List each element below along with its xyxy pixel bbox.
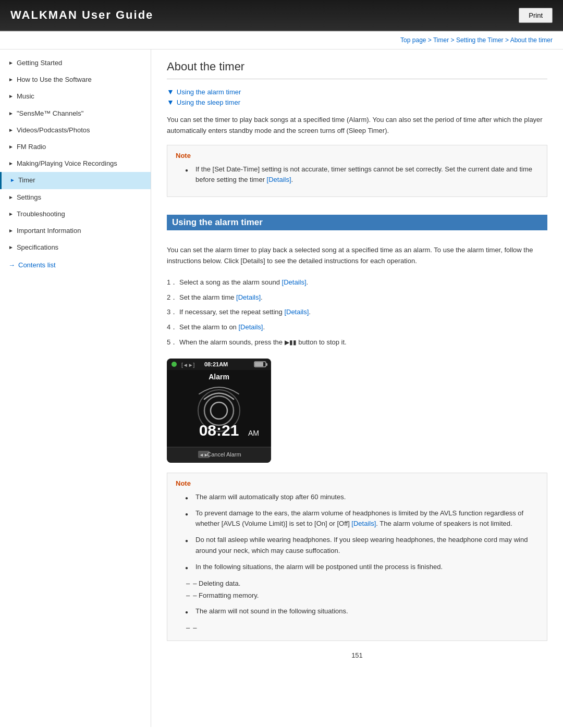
svg-text:[◄►]: [◄►] [181, 362, 195, 368]
details-link-step4[interactable]: [Details] [238, 323, 263, 331]
alarm-step-1: 1． Select a song as the alarm sound [Det… [167, 275, 547, 290]
note-box-1: Note If the [Set Date-Time] setting is n… [167, 145, 547, 198]
triangle-down-icon: ▼ [167, 88, 174, 96]
sidebar-label-important-info: Important Information [17, 226, 81, 236]
note-item-1: If the [Set Date-Time] setting is not ac… [185, 163, 538, 188]
chevron-right-icon: ► [8, 59, 14, 67]
svg-text:08:21AM: 08:21AM [204, 361, 228, 367]
chevron-right-icon: ► [8, 244, 14, 251]
alarm-step-5: 5． When the alarm sounds, press the ▶▮▮ … [167, 335, 547, 350]
sidebar-item-music[interactable]: ► Music [0, 88, 151, 105]
breadcrumb-sep2: > [451, 36, 456, 44]
chevron-right-icon: ► [8, 211, 14, 218]
breadcrumb-top[interactable]: Top page [400, 36, 426, 44]
alarm-step-2: 2． Set the alarm time [Details]. [167, 290, 547, 305]
svg-text:Cancel Alarm: Cancel Alarm [207, 451, 241, 458]
note-label-1: Note [176, 152, 538, 159]
details-link-step2[interactable]: [Details] [236, 293, 261, 301]
details-link-step3[interactable]: [Details] [284, 308, 309, 316]
details-link-avls[interactable]: [Details] [351, 520, 376, 527]
main-layout: ► Getting Started ► How to Use the Softw… [0, 50, 563, 727]
sidebar-label-sensme: "SensMe™ Channels" [17, 109, 83, 118]
toc-label-alarm: Using the alarm timer [177, 88, 241, 96]
sidebar-item-settings[interactable]: ► Settings [0, 189, 151, 206]
toc-link-alarm[interactable]: ▼ Using the alarm timer [167, 88, 547, 96]
toc-links: ▼ Using the alarm timer ▼ Using the slee… [167, 88, 547, 106]
breadcrumb-sep3: > [505, 36, 510, 44]
note-list-2: The alarm will automatically stop after … [176, 490, 538, 574]
sidebar-label-specifications: Specifications [17, 243, 58, 252]
sidebar-item-getting-started[interactable]: ► Getting Started [0, 55, 151, 71]
note-list-2b: The alarm will not sound in the followin… [176, 604, 538, 619]
page-number: 151 [167, 651, 547, 659]
note-box-2: Note The alarm will automatically stop a… [167, 473, 547, 641]
breadcrumb-sep1: > [428, 36, 433, 44]
toc-label-sleep: Using the sleep timer [177, 98, 240, 106]
svg-text:08:21: 08:21 [199, 422, 239, 439]
sidebar: ► Getting Started ► How to Use the Softw… [0, 50, 151, 727]
contents-list-label: Contents list [18, 261, 56, 269]
sidebar-label-videos: Videos/Podcasts/Photos [17, 126, 90, 135]
alarm-steps-list: 1． Select a song as the alarm sound [Det… [167, 275, 547, 350]
arrow-right-icon: → [8, 261, 15, 269]
sidebar-label-settings: Settings [17, 193, 41, 202]
alarm-device-svg: [◄►] 08:21AM Alarm 08:21 AM [167, 359, 271, 463]
sidebar-item-troubleshooting[interactable]: ► Troubleshooting [0, 206, 151, 223]
device-image-container: [◄►] 08:21AM Alarm 08:21 AM [167, 359, 547, 464]
svg-text:Alarm: Alarm [209, 373, 229, 381]
note2-item-4: In the following situations, the alarm w… [185, 560, 538, 574]
alarm-step-4: 4． Set the alarm to on [Details]. [167, 320, 547, 335]
breadcrumb-setting-timer[interactable]: Setting the Timer [456, 36, 504, 44]
chevron-right-icon: ► [8, 76, 14, 83]
note2-item-5: The alarm will not sound in the followin… [185, 604, 538, 619]
chevron-right-icon: ► [8, 227, 14, 235]
sidebar-item-specifications[interactable]: ► Specifications [0, 239, 151, 256]
svg-rect-6 [255, 362, 263, 366]
sub-item-formatting: – Formatting memory. [176, 589, 538, 601]
chevron-right-icon: ► [8, 143, 14, 151]
sidebar-label-voice-recordings: Making/Playing Voice Recordings [17, 159, 117, 168]
note2-item-3: Do not fall asleep while wearing headpho… [185, 533, 538, 558]
sidebar-item-fm-radio[interactable]: ► FM Radio [0, 139, 151, 155]
alarm-step-3: 3． If necessary, set the repeat setting … [167, 305, 547, 320]
toc-link-sleep[interactable]: ▼ Using the sleep timer [167, 98, 547, 106]
details-link-1[interactable]: [Details] [267, 176, 291, 183]
sidebar-label-music: Music [17, 92, 34, 101]
sidebar-item-how-to-use-software[interactable]: ► How to Use the Software [0, 71, 151, 88]
chevron-right-icon: ► [8, 93, 14, 100]
sidebar-item-timer[interactable]: ► Timer [0, 172, 151, 189]
contents-list-link[interactable]: → Contents list [0, 256, 151, 274]
app-title: WALKMAN User Guide [10, 8, 153, 22]
sidebar-item-voice-recordings[interactable]: ► Making/Playing Voice Recordings [0, 155, 151, 172]
play-pause-icon: ▶▮▮ [285, 338, 297, 348]
breadcrumb-about-timer[interactable]: About the timer [510, 36, 553, 44]
sidebar-label-troubleshooting: Troubleshooting [17, 209, 65, 219]
breadcrumb: Top page > Timer > Setting the Timer > A… [0, 31, 563, 50]
chevron-right-icon: ► [8, 160, 14, 167]
alarm-intro: You can set the alarm timer to play back… [167, 245, 547, 267]
breadcrumb-timer[interactable]: Timer [433, 36, 449, 44]
note2-item-1: The alarm will automatically stop after … [185, 490, 538, 504]
svg-point-2 [172, 362, 177, 367]
sidebar-item-important-information[interactable]: ► Important Information [0, 223, 151, 239]
content-area: About the timer ▼ Using the alarm timer … [151, 50, 563, 727]
sidebar-label-getting-started: Getting Started [17, 58, 62, 68]
sidebar-item-sensme-channels[interactable]: ► "SensMe™ Channels" [0, 105, 151, 122]
svg-rect-7 [266, 363, 267, 366]
sidebar-label-fm-radio: FM Radio [17, 142, 46, 152]
details-link-step1[interactable]: [Details] [282, 278, 307, 286]
note2-item-2: To prevent damage to the ears, the alarm… [185, 507, 538, 532]
sidebar-label-how-to-use-software: How to Use the Software [17, 75, 92, 84]
chevron-right-icon: ► [8, 110, 14, 117]
chevron-right-icon: ► [8, 194, 14, 201]
triangle-down-icon: ▼ [167, 98, 174, 106]
sidebar-item-videos-podcasts[interactable]: ► Videos/Podcasts/Photos [0, 122, 151, 139]
sub-item-dash: – [176, 622, 538, 634]
intro-paragraph: You can set the timer to play back songs… [167, 115, 547, 137]
chevron-right-icon: ► [8, 127, 14, 134]
note-list-1: If the [Set Date-Time] setting is not ac… [176, 163, 538, 188]
sidebar-label-timer: Timer [18, 176, 35, 185]
print-button[interactable]: Print [519, 8, 553, 23]
chevron-right-icon-active: ► [10, 177, 15, 184]
sub-item-deleting: – Deleting data. [176, 577, 538, 589]
